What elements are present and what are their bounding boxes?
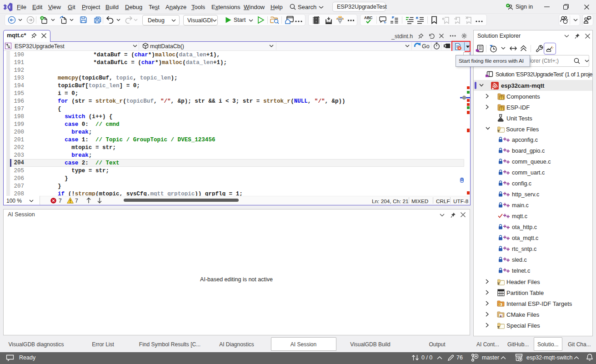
svg-text:ABC: ABC	[364, 15, 372, 20]
